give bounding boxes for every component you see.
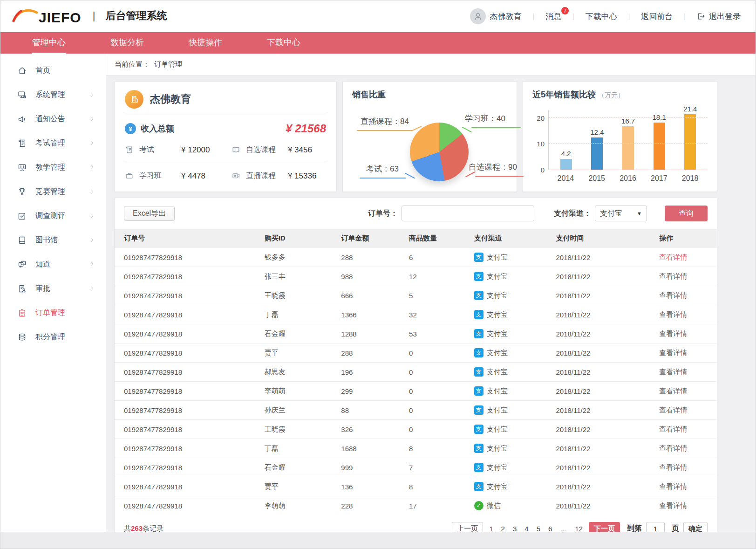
trophy-icon <box>17 187 27 197</box>
sidebar: 首页系统管理通知公告考试管理教学管理竞赛管理调查测评图书馆知道审批订单管理积分管… <box>0 54 106 532</box>
table-header-row: 订单号购买ID订单金额商品数量支付渠道支付时间操作 <box>115 229 717 248</box>
messages-label: 消息 <box>545 11 561 22</box>
order-no-input[interactable] <box>402 206 534 221</box>
view-details-link[interactable]: 查看详情 <box>659 425 687 433</box>
sidebar-item[interactable]: 竞赛管理 <box>0 179 106 204</box>
view-details-link[interactable]: 查看详情 <box>659 253 687 261</box>
exam-icon <box>125 145 134 154</box>
back-to-front-link[interactable]: 返回前台 <box>639 11 674 22</box>
income-item-value: ¥ 15336 <box>288 172 316 181</box>
orders-table: 订单号购买ID订单金额商品数量支付渠道支付时间操作 01928747782991… <box>115 229 717 515</box>
body: 首页系统管理通知公告考试管理教学管理竞赛管理调查测评图书馆知道审批订单管理积分管… <box>0 54 756 532</box>
x-tick-label: 2014 <box>552 174 579 183</box>
sidebar-item[interactable]: 积分管理 <box>0 325 106 349</box>
page-number[interactable]: 5 <box>535 525 542 532</box>
cell-time: 2018/11/22 <box>556 458 660 477</box>
payment-channel-label: 支付宝 <box>487 425 508 434</box>
logout-link[interactable]: 退出登录 <box>695 11 742 22</box>
cell-order-no: 019287477829918 <box>115 496 265 515</box>
page-number[interactable]: 3 <box>511 525 518 532</box>
record-count-suffix: 条记录 <box>143 524 163 532</box>
download-center-link[interactable]: 下载中心 <box>584 11 619 22</box>
view-details-link[interactable]: 查看详情 <box>659 463 687 471</box>
cell-buyer: 张三丰 <box>265 267 341 286</box>
column-header: 商品数量 <box>409 229 474 248</box>
pie-chart-title: 销售比重 <box>352 89 507 100</box>
header: JIEFO | 后台管理系统 杰佛教育 | 消息 7 | 下载中心 | <box>0 0 756 32</box>
cell-amount: 988 <box>341 267 409 286</box>
excel-export-button[interactable]: Excel导出 <box>124 206 175 221</box>
bar <box>622 126 634 170</box>
goto-confirm-button[interactable]: 确定 <box>683 522 708 532</box>
view-details-link[interactable]: 查看详情 <box>659 272 687 280</box>
cell-order-no: 019287477829918 <box>115 324 265 343</box>
bar-chart-main: 4.212.416.718.121.4 <box>548 110 708 170</box>
breadcrumb-current: 订单管理 <box>154 60 182 69</box>
sidebar-item[interactable]: 教学管理 <box>0 155 106 179</box>
record-count-prefix: 共 <box>124 524 131 532</box>
chevron-right-icon <box>89 261 95 268</box>
cell-buyer: 王晓霞 <box>265 420 341 439</box>
pay-channel-value: 支付宝 <box>600 209 622 219</box>
view-details-link[interactable]: 查看详情 <box>659 387 687 395</box>
payment-channel: 支支付宝 <box>474 253 556 262</box>
income-item: 自选课程¥ 3456 <box>218 137 326 163</box>
column-header: 操作 <box>659 229 717 248</box>
page-number[interactable]: 1 <box>487 525 495 532</box>
user-menu[interactable]: 杰佛教育 <box>468 8 523 24</box>
table-row: 019287477829918王晓霞3260支支付宝2018/11/22查看详情 <box>115 420 717 439</box>
search-button[interactable]: 查询 <box>665 206 708 221</box>
view-details-link[interactable]: 查看详情 <box>659 406 687 414</box>
cell-order-no: 019287477829918 <box>115 305 265 324</box>
cell-quantity: 0 <box>409 363 474 382</box>
page-number[interactable]: 12 <box>573 525 585 532</box>
payment-channel: 支支付宝 <box>474 463 556 472</box>
page-number[interactable]: 4 <box>523 525 530 532</box>
view-details-link[interactable]: 查看详情 <box>659 501 687 509</box>
nav-tab[interactable]: 下载中心 <box>267 37 300 54</box>
sidebar-item-label: 订单管理 <box>35 308 95 318</box>
view-details-link[interactable]: 查看详情 <box>659 329 687 337</box>
view-details-link[interactable]: 查看详情 <box>659 291 687 299</box>
payment-channel: 支支付宝 <box>474 444 556 453</box>
next-page-button[interactable]: 下一页 <box>589 522 620 532</box>
sidebar-item[interactable]: 调查测评 <box>0 204 106 228</box>
sidebar-item[interactable]: 首页 <box>0 58 106 82</box>
goto-page-input[interactable] <box>646 522 665 532</box>
cell-quantity: 0 <box>409 343 474 363</box>
sidebar-item[interactable]: 知道 <box>0 252 106 276</box>
page-number[interactable]: 6 <box>546 525 554 532</box>
y-tick-label: 0 <box>541 166 545 174</box>
payment-channel-label: 支付宝 <box>487 310 508 319</box>
view-details-link[interactable]: 查看详情 <box>659 368 687 376</box>
cell-amount: 1288 <box>341 324 409 343</box>
income-total-value: ¥ 21568 <box>286 122 326 135</box>
page-number[interactable]: 2 <box>499 525 507 532</box>
sidebar-item[interactable]: 通知公告 <box>0 107 106 131</box>
approval-icon <box>17 284 27 294</box>
cell-action: 查看详情 <box>659 286 717 305</box>
cell-quantity: 0 <box>409 401 474 420</box>
cell-buyer: 贾平 <box>265 343 341 363</box>
sidebar-item[interactable]: 考试管理 <box>0 131 106 155</box>
view-details-link[interactable]: 查看详情 <box>659 482 687 490</box>
nav-tab[interactable]: 快捷操作 <box>189 37 222 54</box>
cell-time: 2018/11/22 <box>556 343 660 363</box>
nav-tab[interactable]: 数据分析 <box>110 37 144 54</box>
view-details-link[interactable]: 查看详情 <box>659 444 687 452</box>
sidebar-item[interactable]: 订单管理 <box>0 301 106 325</box>
messages-link[interactable]: 消息 7 <box>544 11 563 22</box>
pay-channel-select[interactable]: 支付宝 ▼ <box>595 206 647 221</box>
cell-amount: 228 <box>341 496 409 515</box>
pie-slice-label: 自选课程：90 <box>469 162 517 172</box>
view-details-link[interactable]: 查看详情 <box>659 349 687 357</box>
cell-channel: ✓微信 <box>474 496 556 515</box>
view-details-link[interactable]: 查看详情 <box>659 310 687 318</box>
sidebar-item[interactable]: 审批 <box>0 276 106 301</box>
logo: JIEFO <box>12 7 82 26</box>
alipay-icon: 支 <box>474 444 484 453</box>
sidebar-item[interactable]: 系统管理 <box>0 82 106 107</box>
sidebar-item[interactable]: 图书馆 <box>0 228 106 252</box>
nav-tab[interactable]: 管理中心 <box>32 37 66 54</box>
prev-page-button[interactable]: 上一页 <box>452 522 483 532</box>
